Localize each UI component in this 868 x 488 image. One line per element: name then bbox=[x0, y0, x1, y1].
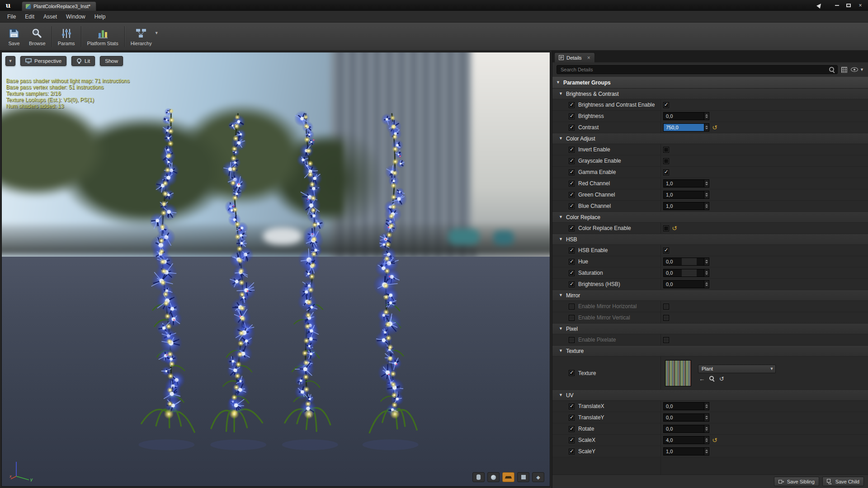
primitive-cylinder-button[interactable] bbox=[472, 472, 485, 482]
save-child-button[interactable]: Save Child bbox=[822, 477, 864, 486]
reset-to-default-icon[interactable] bbox=[672, 225, 677, 231]
param-enable-checkbox[interactable] bbox=[569, 113, 575, 119]
texture-asset-dropdown[interactable]: Plant▼ bbox=[698, 365, 776, 373]
maximize-button[interactable] bbox=[843, 1, 854, 10]
value-spinbox-brightness-hsb[interactable]: 0,0 bbox=[663, 280, 709, 288]
spinbox-arrows-icon[interactable] bbox=[704, 191, 709, 198]
param-enable-checkbox[interactable] bbox=[569, 102, 575, 108]
browse-button[interactable]: Browse bbox=[24, 26, 50, 47]
param-enable-checkbox[interactable] bbox=[569, 169, 575, 175]
show-button[interactable]: Show bbox=[100, 56, 123, 66]
value-checkbox-enable-mirror-horizontal[interactable] bbox=[663, 304, 669, 310]
value-checkbox-brightness-and-contrast-enable[interactable] bbox=[663, 102, 669, 108]
group-header-pixel[interactable]: ▼Pixel bbox=[552, 324, 868, 334]
spinbox-arrows-icon[interactable] bbox=[704, 113, 709, 120]
param-enable-checkbox[interactable] bbox=[569, 437, 575, 443]
param-enable-checkbox[interactable] bbox=[569, 426, 575, 432]
value-spinbox-scaley[interactable]: 1,0 bbox=[663, 447, 709, 455]
value-checkbox-color-replace-enable[interactable] bbox=[663, 225, 669, 231]
group-header-hsb[interactable]: ▼HSB bbox=[552, 234, 868, 245]
param-enable-checkbox[interactable] bbox=[569, 337, 575, 343]
param-enable-checkbox[interactable] bbox=[569, 304, 575, 310]
save-sibling-button[interactable]: Save Sibling bbox=[774, 477, 819, 486]
spinbox-arrows-icon[interactable] bbox=[704, 269, 709, 277]
primitive-sphere-button[interactable] bbox=[487, 472, 500, 482]
viewport-3d[interactable]: ▼ Perspective Lit Show Base pass shader … bbox=[1, 52, 550, 487]
group-header-brightness-contrast[interactable]: ▼Brightness & Contrast bbox=[552, 89, 868, 99]
spinbox-arrows-icon[interactable] bbox=[704, 124, 709, 131]
param-enable-checkbox[interactable] bbox=[569, 248, 575, 253]
parameter-groups-header[interactable]: ▼ Parameter Groups bbox=[552, 77, 868, 89]
value-spinbox-rotate[interactable]: 0,0 bbox=[663, 425, 709, 433]
use-selected-asset-icon[interactable] bbox=[699, 376, 705, 382]
reset-to-default-icon[interactable] bbox=[712, 124, 717, 131]
details-scroll-area[interactable]: ▼ Parameter Groups ▼Brightness & Contras… bbox=[552, 77, 868, 474]
property-matrix-icon[interactable] bbox=[841, 67, 847, 73]
value-spinbox-saturation[interactable]: 0,0 bbox=[663, 269, 709, 277]
spinbox-arrows-icon[interactable] bbox=[704, 414, 709, 421]
primitive-custom-mesh-button[interactable]: ◆ bbox=[532, 472, 544, 482]
group-header-texture[interactable]: ▼Texture bbox=[552, 346, 868, 357]
platform-stats-button[interactable]: Platform Stats bbox=[83, 26, 123, 47]
group-header-color-replace[interactable]: ▼Color Replace bbox=[552, 212, 868, 223]
reset-to-default-icon[interactable] bbox=[712, 437, 717, 443]
value-spinbox-green-channel[interactable]: 1,0 bbox=[663, 191, 709, 199]
close-button[interactable]: × bbox=[854, 1, 866, 10]
param-enable-checkbox[interactable] bbox=[569, 158, 575, 164]
group-header-color-adjust[interactable]: ▼Color Adjust bbox=[552, 133, 868, 144]
menu-help[interactable]: Help bbox=[90, 11, 110, 23]
value-checkbox-enable-pixelate[interactable] bbox=[663, 337, 669, 343]
value-checkbox-grayscale-enable[interactable] bbox=[663, 158, 669, 164]
hierarchy-button[interactable]: Hierarchy ▼ bbox=[126, 26, 162, 47]
perspective-button[interactable]: Perspective bbox=[20, 56, 66, 66]
group-header-uv[interactable]: ▼UV bbox=[552, 390, 868, 401]
menu-file[interactable]: File bbox=[3, 11, 20, 23]
search-details-input[interactable] bbox=[557, 65, 838, 74]
param-enable-checkbox[interactable] bbox=[569, 449, 575, 455]
param-enable-checkbox[interactable] bbox=[569, 404, 575, 409]
minimize-button[interactable] bbox=[831, 1, 843, 10]
texture-thumbnail[interactable] bbox=[665, 360, 691, 386]
spinbox-arrows-icon[interactable] bbox=[704, 180, 709, 187]
param-enable-checkbox[interactable] bbox=[569, 181, 575, 187]
browse-asset-icon[interactable] bbox=[709, 376, 715, 381]
primitive-plane-button[interactable] bbox=[502, 472, 514, 482]
param-enable-checkbox[interactable] bbox=[569, 203, 575, 209]
value-spinbox-translatex[interactable]: 0,0 bbox=[663, 402, 709, 410]
value-spinbox-translatey[interactable]: 0,0 bbox=[663, 413, 709, 422]
param-enable-checkbox[interactable] bbox=[569, 259, 575, 265]
spinbox-arrows-icon[interactable] bbox=[704, 425, 709, 432]
param-enable-checkbox[interactable] bbox=[569, 315, 575, 321]
menu-window[interactable]: Window bbox=[61, 11, 90, 23]
value-checkbox-hsb-enable[interactable] bbox=[663, 248, 669, 253]
document-tab[interactable]: PlantColorReplace3_Inst* bbox=[22, 1, 96, 11]
spinbox-arrows-icon[interactable] bbox=[704, 448, 709, 455]
param-enable-checkbox[interactable] bbox=[569, 282, 575, 287]
spinbox-arrows-icon[interactable] bbox=[704, 281, 709, 288]
param-enable-checkbox[interactable] bbox=[569, 225, 575, 231]
value-spinbox-hue[interactable]: 0,0 bbox=[663, 258, 709, 266]
params-button[interactable]: Params bbox=[53, 26, 80, 47]
value-spinbox-scalex[interactable]: 4,0 bbox=[663, 436, 709, 444]
spinbox-arrows-icon[interactable] bbox=[704, 202, 709, 210]
value-spinbox-contrast[interactable]: 750,0 bbox=[663, 123, 709, 131]
value-spinbox-brightness[interactable]: 0,0 bbox=[663, 112, 709, 120]
param-enable-checkbox[interactable] bbox=[569, 370, 575, 376]
group-header-mirror[interactable]: ▼Mirror bbox=[552, 290, 868, 301]
reset-asset-icon[interactable] bbox=[719, 376, 724, 382]
lit-button[interactable]: Lit bbox=[71, 56, 95, 66]
details-tab[interactable]: Details × bbox=[554, 52, 595, 62]
value-checkbox-enable-mirror-vertical[interactable] bbox=[663, 315, 669, 321]
spinbox-arrows-icon[interactable] bbox=[704, 436, 709, 444]
view-options-button[interactable]: ▼ bbox=[851, 67, 864, 72]
param-enable-checkbox[interactable] bbox=[569, 147, 575, 153]
viewport-options-button[interactable]: ▼ bbox=[5, 56, 15, 66]
spinbox-arrows-icon[interactable] bbox=[704, 403, 709, 410]
value-spinbox-blue-channel[interactable]: 1,0 bbox=[663, 202, 709, 210]
menu-edit[interactable]: Edit bbox=[20, 11, 39, 23]
value-spinbox-red-channel[interactable]: 1,0 bbox=[663, 179, 709, 188]
value-checkbox-gamma-enable[interactable] bbox=[663, 169, 669, 175]
param-enable-checkbox[interactable] bbox=[569, 125, 575, 131]
param-enable-checkbox[interactable] bbox=[569, 270, 575, 276]
menu-asset[interactable]: Asset bbox=[39, 11, 61, 23]
